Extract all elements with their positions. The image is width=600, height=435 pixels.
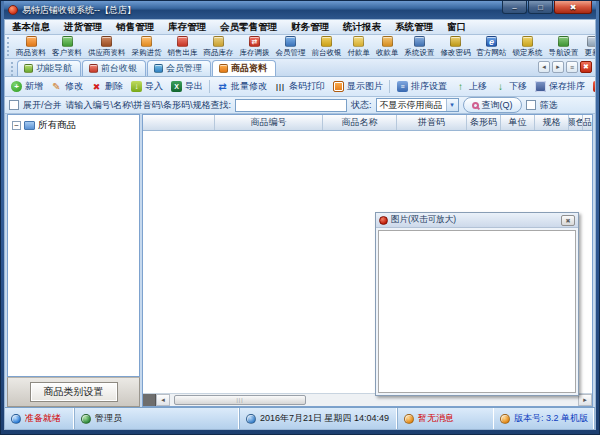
tab-scroll-right-button[interactable]: ▸ bbox=[552, 61, 564, 73]
action-button[interactable]: 保存排序 bbox=[531, 80, 589, 93]
toolbar-button[interactable]: 导航设置 bbox=[546, 35, 582, 58]
menu-item[interactable]: 会员零售管理 bbox=[213, 21, 284, 34]
status-segment-icon bbox=[81, 414, 91, 424]
table-column-header[interactable]: 条形码 bbox=[467, 115, 501, 130]
menu-item[interactable]: 系统管理 bbox=[388, 21, 440, 34]
query-button-label: 查询(Q) bbox=[482, 99, 513, 112]
toolbar-button-label: 付款单 bbox=[348, 48, 371, 58]
action-button[interactable]: ↓ 导入 bbox=[127, 80, 167, 93]
action-button[interactable]: + 新增 bbox=[7, 80, 47, 93]
menu-item[interactable]: 统计报表 bbox=[336, 21, 388, 34]
status-dropdown[interactable]: 不显示停用商品 ▾ bbox=[376, 98, 459, 112]
scrollbar-corner bbox=[143, 394, 156, 406]
image-panel-titlebar[interactable]: 图片(双击可放大) ✖ bbox=[376, 213, 578, 228]
table-column-header[interactable]: 拼音码 bbox=[397, 115, 467, 130]
toolbar-button-label: 系统设置 bbox=[405, 48, 435, 58]
menu-item[interactable]: 销售管理 bbox=[109, 21, 161, 34]
action-button-label: 新增 bbox=[25, 80, 43, 93]
toolbar-button[interactable]: 系统设置 bbox=[402, 35, 438, 58]
action-button-label: 保存排序 bbox=[549, 80, 585, 93]
toolbar-button-label: 会员管理 bbox=[276, 48, 306, 58]
table-column-header[interactable]: 品牌 bbox=[583, 115, 592, 130]
toolbar-button-icon bbox=[587, 36, 596, 47]
action-button[interactable]: 显示图片 bbox=[329, 80, 387, 93]
tab-list-button[interactable]: ≡ bbox=[566, 61, 578, 73]
minimize-button[interactable]: – bbox=[502, 1, 527, 14]
toolbar-button[interactable]: 修改密码 bbox=[438, 35, 474, 58]
action-button[interactable]: ||| 条码打印 bbox=[271, 80, 329, 93]
toolbar-button-label: 客户资料 bbox=[52, 48, 82, 58]
scroll-left-button[interactable]: ◂ bbox=[156, 394, 170, 406]
expand-merge-checkbox[interactable] bbox=[9, 100, 19, 110]
action-button[interactable]: ✎ 修改 bbox=[47, 80, 87, 93]
table-column-header[interactable]: 商品名称 bbox=[323, 115, 397, 130]
tab-scroll-left-button[interactable]: ◂ bbox=[538, 61, 550, 73]
menu-item[interactable]: 基本信息 bbox=[5, 21, 57, 34]
action-button[interactable]: ↓ 下移 bbox=[491, 80, 531, 93]
table-column-header[interactable] bbox=[143, 115, 215, 130]
toolbar-button[interactable]: 客户资料 bbox=[49, 35, 85, 58]
menu-bar: 基本信息进货管理销售管理库存管理会员零售管理财务管理统计报表系统管理窗口 bbox=[5, 20, 595, 35]
tabbar-drag-handle[interactable] bbox=[11, 62, 15, 76]
toolbar-button-icon bbox=[382, 36, 393, 47]
image-preview-area[interactable] bbox=[378, 230, 576, 393]
table-column-header[interactable]: 规格 bbox=[535, 115, 569, 130]
action-button-icon: ✎ bbox=[51, 81, 62, 92]
action-button[interactable]: X 导出 bbox=[167, 80, 207, 93]
status-segment-icon bbox=[500, 414, 510, 424]
toolbar-button[interactable]: 更新 bbox=[582, 35, 596, 58]
menu-item[interactable]: 进货管理 bbox=[57, 21, 109, 34]
image-panel-close-button[interactable]: ✖ bbox=[561, 215, 575, 226]
toolbar-button[interactable]: 前台收银 bbox=[309, 35, 345, 58]
filter-checkbox[interactable] bbox=[526, 100, 536, 110]
status-segment-icon bbox=[404, 414, 414, 424]
close-button[interactable]: ✖ bbox=[554, 1, 592, 14]
toolbar-button[interactable]: e 官方网站 bbox=[474, 35, 510, 58]
tab[interactable]: 会员管理 bbox=[147, 60, 211, 76]
toolbar-button-icon: e bbox=[486, 36, 497, 47]
toolbar-button[interactable]: 采购进货 bbox=[129, 35, 165, 58]
table-column-header[interactable]: 商品编号 bbox=[215, 115, 323, 130]
toolbar-button[interactable]: ⇄ 库存调拨 bbox=[237, 35, 273, 58]
toolbar-drag-handle[interactable] bbox=[7, 37, 11, 55]
action-button-label: 批量修改 bbox=[231, 80, 267, 93]
category-settings-button[interactable]: 商品类别设置 bbox=[30, 382, 118, 402]
filter-bar: 展开/合并 请输入编号\名称\拼音码\条形码\规格查找: 状态: 不显示停用商品… bbox=[5, 97, 595, 114]
window-controls: – □ ✖ bbox=[502, 1, 592, 14]
action-button[interactable]: ✖ 关闭 bbox=[589, 80, 595, 93]
tree-expander-icon[interactable]: − bbox=[12, 121, 21, 130]
tab-label: 商品资料 bbox=[231, 62, 267, 75]
toolbar-button-icon bbox=[26, 36, 37, 47]
toolbar-button[interactable]: 销售出库 bbox=[165, 35, 201, 58]
menu-item[interactable]: 财务管理 bbox=[284, 21, 336, 34]
scrollbar-thumb[interactable]: ||| bbox=[174, 395, 306, 405]
tab[interactable]: 前台收银 bbox=[82, 60, 146, 76]
action-button[interactable]: ✖ 删除 bbox=[87, 80, 127, 93]
maximize-button[interactable]: □ bbox=[528, 1, 553, 14]
menu-item[interactable]: 窗口 bbox=[440, 21, 473, 34]
table-column-header[interactable]: 单位 bbox=[501, 115, 535, 130]
action-button[interactable]: ⇄ 批量修改 bbox=[209, 80, 271, 93]
action-button[interactable]: ↑ 上移 bbox=[451, 80, 491, 93]
tree-node-all-goods[interactable]: − 所有商品 bbox=[8, 115, 139, 132]
scroll-right-button[interactable]: ▸ bbox=[578, 394, 592, 406]
action-button-label: 上移 bbox=[469, 80, 487, 93]
toolbar-button[interactable]: 收款单 bbox=[373, 35, 402, 58]
toolbar-button[interactable]: 商品库存 bbox=[201, 35, 237, 58]
toolbar-button[interactable]: 会员管理 bbox=[273, 35, 309, 58]
search-input[interactable] bbox=[235, 99, 347, 112]
action-button[interactable]: ≡ 排序设置 bbox=[389, 80, 451, 93]
image-preview-panel: 图片(双击可放大) ✖ bbox=[375, 212, 579, 396]
table-column-header[interactable]: 颜色 bbox=[569, 115, 583, 130]
menu-item[interactable]: 库存管理 bbox=[161, 21, 213, 34]
toolbar-button[interactable]: 付款单 bbox=[345, 35, 374, 58]
toolbar-button[interactable]: 锁定系统 bbox=[510, 35, 546, 58]
action-button-label: 排序设置 bbox=[411, 80, 447, 93]
query-button[interactable]: 查询(Q) bbox=[463, 97, 522, 113]
tab[interactable]: 功能导航 bbox=[17, 60, 81, 76]
tab[interactable]: 商品资料 bbox=[212, 60, 276, 76]
toolbar-button[interactable]: 商品资料 bbox=[13, 35, 49, 58]
tab-close-button[interactable]: ✖ bbox=[580, 61, 592, 73]
toolbar-button-icon bbox=[62, 36, 73, 47]
toolbar-button[interactable]: 供应商资料 bbox=[85, 35, 129, 58]
